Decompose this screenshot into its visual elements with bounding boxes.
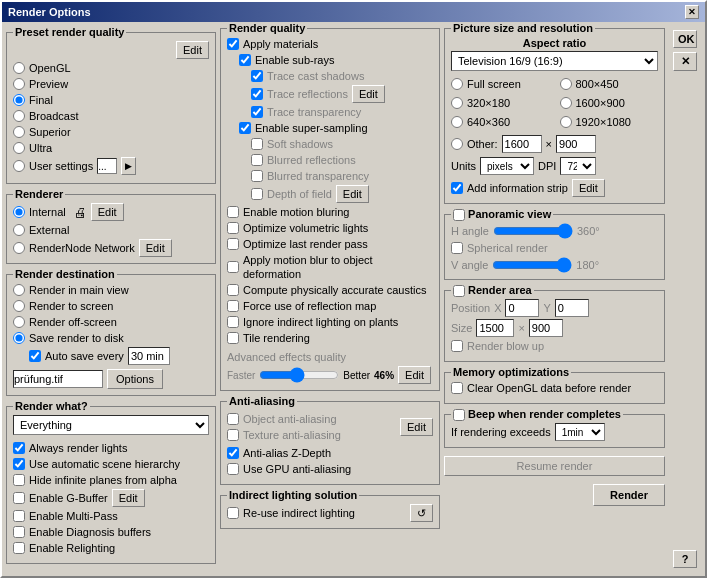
resume-render-button[interactable]: Resume render [444,456,665,476]
preset-preview-radio[interactable] [13,78,25,90]
gbuffer-edit-button[interactable]: Edit [112,489,145,507]
preset-superior-radio[interactable] [13,126,25,138]
last-pass-checkbox[interactable] [227,238,239,250]
panoramic-checkbox[interactable] [453,209,465,221]
soft-shadows-checkbox[interactable] [251,138,263,150]
always-lights-checkbox[interactable] [13,442,25,454]
res-320-radio[interactable] [451,97,463,109]
hide-infinite-checkbox[interactable] [13,474,25,486]
res-other-radio[interactable] [451,138,463,150]
dest-main-view-radio[interactable] [13,284,25,296]
options-button[interactable]: Options [107,369,163,389]
blurred-transparency-checkbox[interactable] [251,170,263,182]
slider-better-label: Better [343,370,370,381]
trace-cast-shadows-checkbox[interactable] [251,70,263,82]
width-input[interactable] [502,135,542,153]
blow-up-checkbox[interactable] [451,340,463,352]
preset-edit-button[interactable]: Edit [176,41,209,59]
area-height-input[interactable] [529,319,563,337]
gpu-aa-checkbox[interactable] [227,463,239,475]
trace-reflections-checkbox[interactable] [251,88,263,100]
info-strip-checkbox[interactable] [451,182,463,194]
preset-broadcast-radio[interactable] [13,110,25,122]
dest-disk-radio[interactable] [13,332,25,344]
use-hierarchy-checkbox[interactable] [13,458,25,470]
reuse-indirect-checkbox[interactable] [227,507,239,519]
renderer-internal-radio[interactable] [13,206,25,218]
filename-input[interactable] [13,370,103,388]
advanced-effects-edit[interactable]: Edit [398,366,431,384]
renderer-network-radio[interactable] [13,242,25,254]
beep-checkbox[interactable] [453,409,465,421]
preset-ultra-radio[interactable] [13,142,25,154]
enable-supersampling-checkbox[interactable] [239,122,251,134]
multipass-checkbox[interactable] [13,510,25,522]
renderer-edit1-button[interactable]: Edit [91,203,124,221]
spherical-checkbox[interactable] [451,242,463,254]
area-width-input[interactable] [476,319,514,337]
beep-time-select[interactable]: 1min [555,423,605,441]
indirect-refresh-button[interactable]: ↺ [410,504,433,522]
beep-exceeds-label: If rendering exceeds [451,426,551,438]
pos-x-input[interactable] [505,299,539,317]
dest-offscreen-radio[interactable] [13,316,25,328]
height-input[interactable] [556,135,596,153]
texture-aa-checkbox[interactable] [227,429,239,441]
dpi-select[interactable]: 72 [560,157,596,175]
enable-subrays-checkbox[interactable] [239,54,251,66]
close-button[interactable]: ✕ [685,5,699,19]
gbuffer-checkbox[interactable] [13,492,25,504]
res-1920-radio[interactable] [560,116,572,128]
res-1600-radio[interactable] [560,97,572,109]
trace-reflections-edit[interactable]: Edit [352,85,385,103]
motion-deform-checkbox[interactable] [227,261,239,273]
volumetric-checkbox[interactable] [227,222,239,234]
reflection-map-checkbox[interactable] [227,300,239,312]
auto-save-checkbox[interactable] [29,350,41,362]
quality-slider[interactable] [259,367,339,383]
gpu-aa-label: Use GPU anti-aliasing [243,462,351,476]
help-button[interactable]: ? [673,550,697,568]
preset-final-radio[interactable] [13,94,25,106]
always-lights-label: Always render lights [29,441,127,455]
render-button[interactable]: Render [593,484,665,506]
zdepth-aa-checkbox[interactable] [227,447,239,459]
depth-of-field-edit[interactable]: Edit [336,185,369,203]
render-what-select[interactable]: Everything [13,415,209,435]
indirect-plants-checkbox[interactable] [227,316,239,328]
tile-rendering-checkbox[interactable] [227,332,239,344]
preset-opengl-radio[interactable] [13,62,25,74]
pos-y-input[interactable] [555,299,589,317]
res-640-radio[interactable] [451,116,463,128]
user-settings-edit[interactable]: ▶ [121,157,136,175]
object-aa-checkbox[interactable] [227,413,239,425]
motion-blur-checkbox[interactable] [227,206,239,218]
units-select[interactable]: pixels [480,157,534,175]
relighting-checkbox[interactable] [13,542,25,554]
caustics-checkbox[interactable] [227,284,239,296]
renderer-external-radio[interactable] [13,224,25,236]
relighting-label: Enable Relighting [29,541,115,555]
depth-of-field-checkbox[interactable] [251,188,263,200]
dest-screen-radio[interactable] [13,300,25,312]
h-angle-slider[interactable] [493,223,573,239]
renderer-edit2-button[interactable]: Edit [139,239,172,257]
blurred-reflections-checkbox[interactable] [251,154,263,166]
res-full-radio[interactable] [451,78,463,90]
cancel-button[interactable]: ✕ [673,52,697,71]
render-area-checkbox[interactable] [453,285,465,297]
ok-button[interactable]: OK [673,30,697,48]
aa-edit-button[interactable]: Edit [400,418,433,436]
clear-opengl-checkbox[interactable] [451,382,463,394]
blurred-transparency-row: Blurred transparency [251,169,433,183]
info-strip-edit[interactable]: Edit [572,179,605,197]
diagnosis-checkbox[interactable] [13,526,25,538]
v-angle-slider[interactable] [492,257,572,273]
trace-transparency-checkbox[interactable] [251,106,263,118]
apply-materials-checkbox[interactable] [227,38,239,50]
preset-user-radio[interactable] [13,160,25,172]
aspect-select[interactable]: Television 16/9 (16:9) [451,51,658,71]
auto-save-interval[interactable] [128,347,170,365]
user-settings-input[interactable] [97,158,117,174]
res-800-radio[interactable] [560,78,572,90]
